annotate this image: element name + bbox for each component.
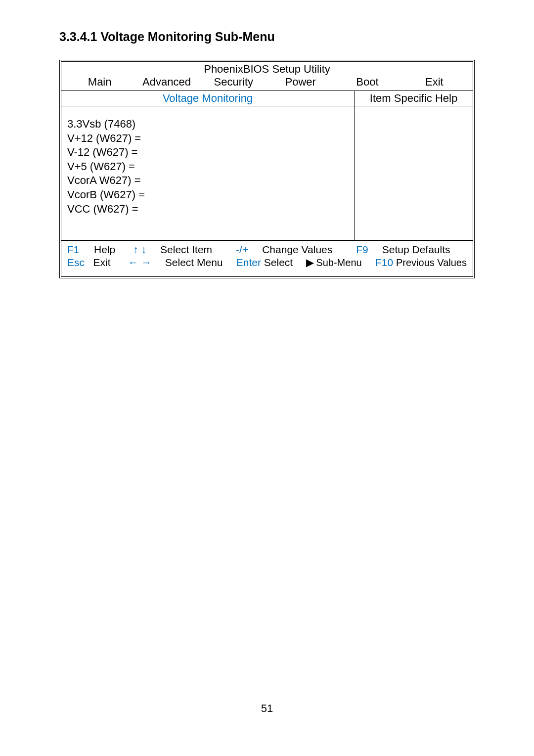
reading-row: 3.3Vsb (7468) <box>67 117 348 132</box>
label-change-values: Change Values <box>262 244 332 256</box>
menu-main[interactable]: Main <box>66 76 133 89</box>
bios-body: 3.3Vsb (7468) V+12 (W627) = V-12 (W627) … <box>61 106 473 240</box>
label-exit: Exit <box>93 257 111 268</box>
triangle-right-icon: ▶ <box>306 257 314 268</box>
label-previous-values: Previous Values <box>396 257 467 268</box>
bios-subheader-left: Voltage Monitoring <box>61 91 355 106</box>
key-f1: F1 <box>67 244 94 256</box>
reading-row: V+5 (W627) = <box>67 160 348 174</box>
label-select-menu: Select Menu <box>165 257 223 268</box>
bios-subheader-row: Voltage Monitoring Item Specific Help <box>61 91 473 106</box>
key-plusminus: -/+ <box>236 244 248 256</box>
bios-utility-title: PhoenixBIOS Setup Utility <box>61 62 473 76</box>
arrows-updown-icon: ↑ ↓ <box>133 244 146 256</box>
key-enter: Enter <box>236 257 261 268</box>
reading-row: VCC (W627) = <box>67 202 348 217</box>
menu-power[interactable]: Power <box>267 76 334 89</box>
menu-exit[interactable]: Exit <box>401 76 468 89</box>
bios-panel: PhoenixBIOS Setup Utility Main Advanced … <box>59 60 475 278</box>
reading-row: V+12 (W627) = <box>67 132 348 146</box>
reading-row: VcorB (W627) = <box>67 188 348 202</box>
menu-advanced[interactable]: Advanced <box>133 76 200 89</box>
key-esc: Esc <box>67 257 93 268</box>
help-panel <box>355 106 473 240</box>
menu-boot[interactable]: Boot <box>334 76 400 89</box>
footer-line-2: Esc Exit ← → Select Menu Enter Select ▶ … <box>67 257 467 268</box>
bios-menu-bar: Main Advanced Security Power Boot Exit <box>61 76 473 90</box>
menu-security[interactable]: Security <box>200 76 267 89</box>
key-f10: F10 <box>375 257 393 268</box>
reading-row: V-12 (W627) = <box>67 145 348 160</box>
reading-row: VcorA W627) = <box>67 174 348 188</box>
label-select: Select <box>264 257 293 268</box>
voltage-readings: 3.3Vsb (7468) V+12 (W627) = V-12 (W627) … <box>61 106 355 240</box>
section-title: 3.3.4.1 Voltage Monitoring Sub-Menu <box>59 30 475 44</box>
label-select-item: Select Item <box>160 244 212 256</box>
label-help: Help <box>94 244 115 256</box>
label-sub-menu: Sub-Menu <box>316 257 361 268</box>
footer-line-1: F1 Help ↑ ↓ Select Item -/+ Change Value… <box>67 244 467 256</box>
key-f9: F9 <box>356 244 368 256</box>
bios-footer: F1 Help ↑ ↓ Select Item -/+ Change Value… <box>61 241 473 276</box>
label-setup-defaults: Setup Defaults <box>382 244 450 256</box>
page-number: 51 <box>0 702 534 715</box>
arrows-leftright-icon: ← → <box>128 257 152 268</box>
bios-subheader-right: Item Specific Help <box>355 91 473 106</box>
